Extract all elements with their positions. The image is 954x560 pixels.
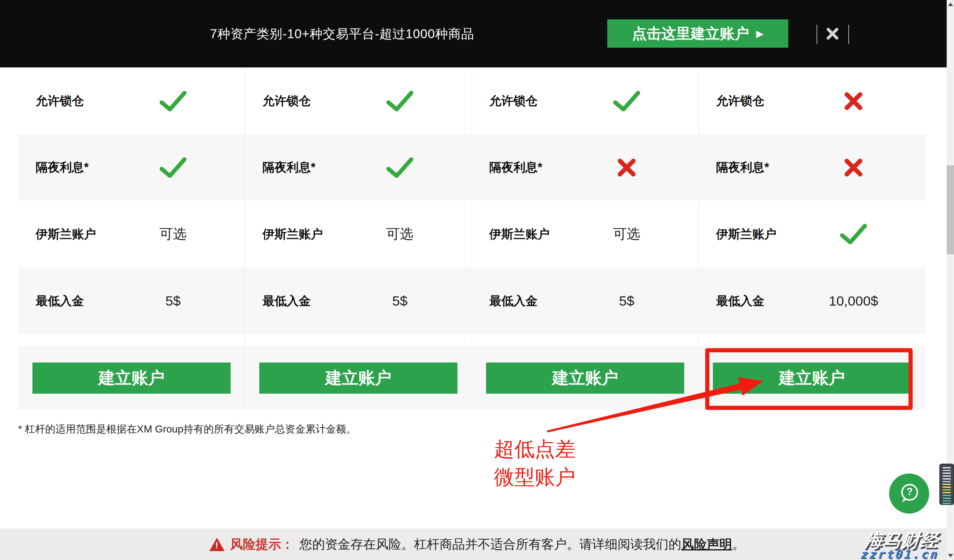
feature-row: 允许锁仓 <box>245 68 472 134</box>
feature-value <box>822 134 885 201</box>
account-column-3: 允许锁仓 隔夜利息* 伊斯兰账户 可选 最低入金 5$ 建立账户 <box>472 68 698 409</box>
close-icon[interactable] <box>826 27 839 40</box>
feature-label: 隔夜利息* <box>716 134 769 201</box>
create-account-button[interactable]: 建立账户 <box>259 362 457 394</box>
feature-value <box>141 68 205 134</box>
cross-icon <box>844 158 863 177</box>
cross-icon <box>844 92 863 110</box>
feature-row: 最低入金 10,000$ <box>698 268 925 334</box>
check-icon <box>387 91 413 111</box>
feature-label: 最低入金 <box>36 268 84 334</box>
feature-label: 隔夜利息* <box>36 134 89 201</box>
feature-value: 5$ <box>141 268 205 334</box>
feature-row: 隔夜利息* <box>698 134 925 201</box>
feature-value <box>595 134 658 201</box>
feature-row: 最低入金 5$ <box>18 268 245 334</box>
feature-label: 伊斯兰账户 <box>36 201 96 268</box>
feature-value: 5$ <box>368 268 432 334</box>
risk-text: 您的资金存在风险。杠杆商品并不适合所有客户。请详细阅读我们的风险声明。 <box>300 535 745 553</box>
feature-value <box>368 134 432 201</box>
question-bubble-icon: ? <box>897 481 921 506</box>
scroll-minimap-widget[interactable] <box>939 464 954 505</box>
feature-row: 最低入金 5$ <box>472 268 698 334</box>
feature-row: 隔夜利息* <box>245 134 472 201</box>
feature-value <box>141 134 205 201</box>
account-column-2: 允许锁仓 隔夜利息* 伊斯兰账户 可选 最低入金 5$ 建立账户 <box>245 68 472 409</box>
feature-value <box>822 68 885 134</box>
warning-triangle-icon <box>209 538 224 551</box>
feature-label: 伊斯兰账户 <box>489 201 550 268</box>
create-account-button[interactable]: 建立账户 <box>33 362 231 394</box>
feature-label: 隔夜利息* <box>489 134 542 201</box>
svg-text:?: ? <box>907 485 913 497</box>
annotation-text: 超低点差 微型账户 <box>494 435 575 491</box>
cross-icon <box>617 158 636 177</box>
risk-statement-link[interactable]: 风险声明 <box>681 537 732 551</box>
risk-label: 风险提示： <box>230 535 294 553</box>
feature-row: 允许锁仓 <box>18 68 245 134</box>
create-account-button[interactable]: 建立账户 <box>713 362 911 394</box>
feature-value: 10,000$ <box>822 268 885 334</box>
feature-label: 允许锁仓 <box>489 68 538 134</box>
risk-warning-bar: 风险提示： 您的资金存在风险。杠杆商品并不适合所有客户。请详细阅读我们的风险声明… <box>0 529 954 560</box>
feature-label: 伊斯兰账户 <box>716 201 776 268</box>
feature-value: 可选 <box>368 201 432 268</box>
check-icon <box>160 91 186 111</box>
promo-header: 7种资产类别-10+种交易平台-超过1000种商品 点击这里建立账户 ▶ <box>0 0 947 67</box>
scrollbar-thumb[interactable] <box>947 165 954 254</box>
feature-row: 隔夜利息* <box>472 134 698 201</box>
feature-label: 隔夜利息* <box>262 134 316 201</box>
feature-label: 伊斯兰账户 <box>262 201 323 268</box>
feature-value: 可选 <box>141 201 205 268</box>
open-account-cta-button[interactable]: 点击这里建立账户 ▶ <box>607 19 788 48</box>
account-column-1: 允许锁仓 隔夜利息* 伊斯兰账户 可选 最低入金 5$ 建立账户 <box>18 68 245 409</box>
check-icon <box>840 224 867 244</box>
annotation-line1: 超低点差 <box>494 435 575 463</box>
create-account-button[interactable]: 建立账户 <box>486 362 684 394</box>
feature-row: 伊斯兰账户 可选 <box>472 201 698 268</box>
feature-row: 伊斯兰账户 <box>698 201 925 268</box>
feature-value <box>595 68 658 134</box>
feature-label: 允许锁仓 <box>716 68 764 134</box>
feature-row: 允许锁仓 <box>472 68 698 134</box>
feature-row: 伊斯兰账户 可选 <box>18 201 245 268</box>
risk-text-body: 您的资金存在风险。杠杆商品并不适合所有客户。请详细阅读我们的 <box>300 537 681 551</box>
scrollbar-up-arrow-icon[interactable] <box>948 3 953 6</box>
feature-label: 最低入金 <box>716 268 764 334</box>
account-comparison-table: 允许锁仓 隔夜利息* 伊斯兰账户 可选 最低入金 5$ 建立账户 允许锁仓 <box>18 68 926 409</box>
feature-label: 允许锁仓 <box>36 68 84 134</box>
account-column-4: 允许锁仓 隔夜利息* 伊斯兰账户 最低入金 10,000$ 建立账户 <box>698 68 925 409</box>
divider <box>817 25 817 44</box>
feature-label: 最低入金 <box>262 268 311 334</box>
promo-headline: 7种资产类别-10+种交易平台-超过1000种商品 <box>210 0 474 67</box>
feature-value <box>822 201 885 268</box>
watermark-url: zzrt01.cn <box>860 548 939 560</box>
feature-value: 可选 <box>595 201 658 268</box>
feature-value <box>368 68 432 134</box>
scrollbar-down-arrow-icon[interactable] <box>948 554 953 557</box>
leverage-footnote: * 杠杆的适用范围是根据在XM Group持有的所有交易账户总资金累计金额。 <box>18 422 356 436</box>
feature-row: 伊斯兰账户 可选 <box>245 201 472 268</box>
feature-row: 允许锁仓 <box>698 68 925 134</box>
check-icon <box>160 157 186 178</box>
feature-label: 最低入金 <box>489 268 538 334</box>
divider <box>848 25 849 44</box>
check-icon <box>387 157 413 178</box>
risk-text-suffix: 。 <box>732 537 745 551</box>
feature-row: 最低入金 5$ <box>245 268 472 334</box>
cta-label: 点击这里建立账户 <box>632 24 749 44</box>
annotation-line2: 微型账户 <box>494 463 575 491</box>
right-arrow-icon: ▶ <box>756 29 764 39</box>
feature-value: 5$ <box>595 268 658 334</box>
live-chat-button[interactable]: ? <box>889 473 929 513</box>
feature-label: 允许锁仓 <box>262 68 311 134</box>
page: 7种资产类别-10+种交易平台-超过1000种商品 点击这里建立账户 ▶ <box>0 0 954 560</box>
feature-row: 隔夜利息* <box>18 134 245 201</box>
check-icon <box>613 91 640 111</box>
